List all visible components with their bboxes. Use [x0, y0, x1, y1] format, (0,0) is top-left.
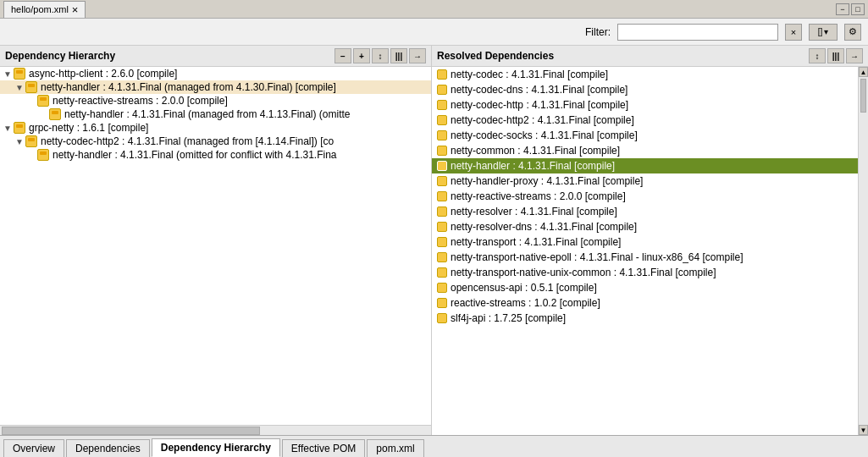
columns-button[interactable]: |||: [390, 48, 407, 63]
tree-item[interactable]: netty-reactive-streams : 2.0.0 [compile]: [0, 94, 431, 107]
minimize-button[interactable]: −: [836, 3, 849, 15]
filter-input[interactable]: [617, 24, 778, 41]
tree-item-label: netty-codec-http2 : 4.1.31.Final (manage…: [41, 135, 334, 147]
resolved-navigate-button[interactable]: →: [846, 48, 863, 63]
resolved-item-label: netty-handler-proxy : 4.1.31.Final [comp…: [451, 175, 643, 187]
jar-icon: [437, 176, 447, 186]
tab-pom.xml[interactable]: pom.xml: [367, 439, 423, 457]
tree-item[interactable]: ▼grpc-netty : 1.6.1 [compile]: [0, 121, 431, 135]
jar-icon: [37, 95, 49, 107]
resolved-item[interactable]: netty-codec : 4.1.31.Final [compile]: [432, 67, 858, 82]
resolved-item[interactable]: netty-codec-http2 : 4.1.31.Final [compil…: [432, 113, 858, 128]
navigate-button[interactable]: →: [409, 48, 426, 63]
tree-item-label: netty-handler : 4.1.31.Final (omitted fo…: [53, 149, 337, 161]
jar-icon: [25, 135, 37, 147]
left-panel-title: Dependency Hierarchy: [5, 50, 115, 62]
resolved-item-label: netty-codec : 4.1.31.Final [compile]: [451, 69, 608, 80]
jar-icon: [437, 237, 447, 247]
file-tab[interactable]: hello/pom.xml ×: [3, 1, 86, 18]
jar-icon: [437, 267, 447, 278]
tab-effective-pom[interactable]: Effective POM: [282, 439, 365, 457]
resolved-columns-button[interactable]: |||: [827, 48, 844, 63]
scrollbar-thumb[interactable]: [2, 427, 260, 435]
jar-icon: [437, 252, 447, 262]
dependency-tree: ▼async-http-client : 2.6.0 [compile]▼net…: [0, 67, 431, 425]
horizontal-scrollbar[interactable]: [0, 425, 431, 435]
expand-icon[interactable]: ▼: [15, 137, 24, 146]
resolved-item[interactable]: netty-transport : 4.1.31.Final [compile]: [432, 234, 858, 250]
window-controls: − □: [836, 3, 865, 15]
jar-icon: [14, 68, 25, 80]
right-panel-inner: netty-codec : 4.1.31.Final [compile]nett…: [432, 67, 868, 435]
tree-item[interactable]: netty-handler : 4.1.31.Final (omitted fo…: [0, 148, 431, 162]
resolved-item[interactable]: netty-handler-proxy : 4.1.31.Final [comp…: [432, 173, 858, 189]
resolved-sort-button[interactable]: ↕: [809, 48, 826, 63]
resolved-item[interactable]: netty-codec-http : 4.1.31.Final [compile…: [432, 97, 858, 113]
filter-dropdown[interactable]: [] ▾: [809, 24, 838, 41]
file-tab-label: hello/pom.xml: [11, 4, 69, 14]
tab-dependencies[interactable]: Dependencies: [66, 439, 150, 457]
tree-item[interactable]: ▼netty-handler : 4.1.31.Final (managed f…: [0, 80, 431, 94]
filter-label: Filter:: [585, 26, 611, 38]
resolved-item[interactable]: netty-common : 4.1.31.Final [compile]: [432, 143, 858, 158]
right-panel: Resolved Dependencies ↕ ||| → netty-code…: [432, 46, 868, 435]
tab-overview[interactable]: Overview: [3, 439, 64, 457]
resolved-item-label: netty-codec-http2 : 4.1.31.Final [compil…: [451, 114, 634, 126]
right-panel-header: Resolved Dependencies ↕ ||| →: [432, 46, 868, 67]
resolved-item[interactable]: netty-resolver : 4.1.31.Final [compile]: [432, 204, 858, 219]
resolved-item[interactable]: netty-reactive-streams : 2.0.0 [compile]: [432, 189, 858, 204]
resolved-item[interactable]: reactive-streams : 1.0.2 [compile]: [432, 295, 858, 311]
resolved-item-label: netty-common : 4.1.31.Final [compile]: [451, 145, 620, 157]
tree-item[interactable]: ▼netty-codec-http2 : 4.1.31.Final (manag…: [0, 135, 431, 148]
vertical-scrollbar[interactable]: ▲ ▼: [858, 67, 868, 435]
resolved-item-label: netty-transport : 4.1.31.Final [compile]: [451, 236, 621, 248]
tab-dependency-hierarchy[interactable]: Dependency Hierarchy: [152, 438, 280, 457]
jar-icon: [437, 146, 447, 156]
resolved-item-label: netty-codec-dns : 4.1.31.Final [compile]: [451, 84, 628, 96]
bottom-tabs: OverviewDependenciesDependency Hierarchy…: [0, 435, 868, 457]
tree-item[interactable]: netty-handler : 4.1.31.Final (managed fr…: [0, 107, 431, 121]
jar-icon: [437, 69, 447, 80]
close-icon[interactable]: ×: [72, 3, 79, 16]
resolved-list: netty-codec : 4.1.31.Final [compile]nett…: [432, 67, 858, 435]
jar-icon: [437, 115, 447, 125]
jar-icon: [437, 222, 447, 232]
filter-bar: Filter: × [] ▾ ⚙: [0, 19, 868, 46]
resolved-item[interactable]: netty-codec-dns : 4.1.31.Final [compile]: [432, 82, 858, 97]
expand-all-button[interactable]: +: [353, 48, 370, 63]
tree-item-label: grpc-netty : 1.6.1 [compile]: [29, 122, 148, 134]
sort-button[interactable]: ↕: [372, 48, 389, 63]
resolved-item-label: slf4j-api : 1.7.25 [compile]: [451, 312, 566, 324]
scrollbar-v-thumb[interactable]: [860, 79, 866, 113]
resolved-item-label: netty-resolver-dns : 4.1.31.Final [compi…: [451, 221, 637, 233]
collapse-all-button[interactable]: −: [334, 48, 351, 63]
scroll-up-button[interactable]: ▲: [859, 67, 868, 77]
resolved-item-label: netty-codec-socks : 4.1.31.Final [compil…: [451, 129, 638, 141]
title-bar: hello/pom.xml × − □: [0, 0, 868, 19]
resolved-item[interactable]: netty-codec-socks : 4.1.31.Final [compil…: [432, 128, 858, 143]
jar-icon: [437, 298, 447, 308]
resolved-item[interactable]: opencensus-api : 0.5.1 [compile]: [432, 280, 858, 295]
jar-icon: [437, 130, 447, 140]
resolved-item[interactable]: netty-handler : 4.1.31.Final [compile]: [432, 158, 858, 173]
tree-item-label: netty-handler : 4.1.31.Final (managed fr…: [64, 108, 351, 120]
jar-icon: [437, 283, 447, 293]
filter-clear-button[interactable]: ×: [785, 24, 802, 41]
resolved-item-label: netty-reactive-streams : 2.0.0 [compile]: [451, 190, 626, 202]
left-panel-toolbar: − + ↕ ||| →: [334, 48, 426, 63]
maximize-button[interactable]: □: [851, 3, 865, 15]
scroll-down-button[interactable]: ▼: [859, 425, 868, 435]
resolved-item[interactable]: slf4j-api : 1.7.25 [compile]: [432, 311, 858, 326]
jar-icon: [437, 206, 447, 217]
resolved-item[interactable]: netty-resolver-dns : 4.1.31.Final [compi…: [432, 219, 858, 234]
filter-settings-button[interactable]: ⚙: [844, 24, 861, 41]
expand-icon[interactable]: ▼: [3, 69, 12, 79]
jar-icon: [25, 81, 37, 93]
expand-icon[interactable]: ▼: [15, 83, 24, 92]
main-content: Dependency Hierarchy − + ↕ ||| → ▼async-…: [0, 46, 868, 435]
tree-item[interactable]: ▼async-http-client : 2.6.0 [compile]: [0, 67, 431, 80]
resolved-item[interactable]: netty-transport-native-unix-common : 4.1…: [432, 265, 858, 280]
resolved-item-label: netty-handler : 4.1.31.Final [compile]: [451, 160, 615, 172]
expand-icon[interactable]: ▼: [3, 124, 12, 133]
resolved-item[interactable]: netty-transport-native-epoll : 4.1.31.Fi…: [432, 250, 858, 265]
